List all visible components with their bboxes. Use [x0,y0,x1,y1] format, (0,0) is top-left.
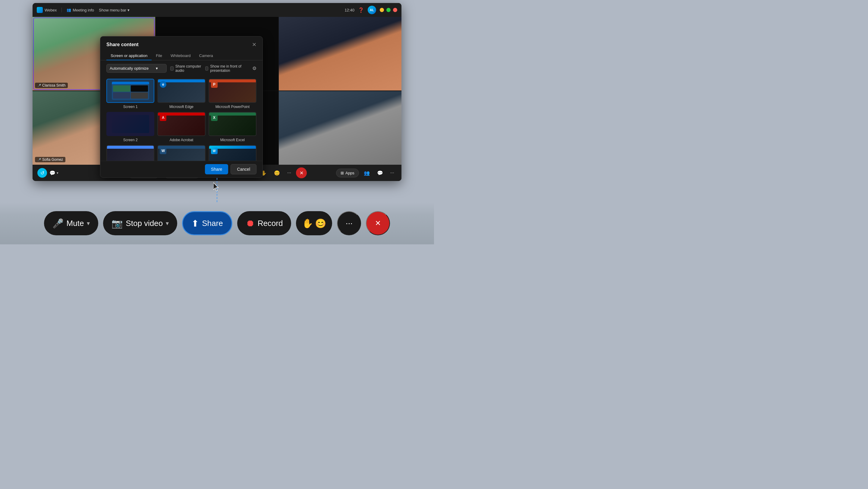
screen-1-preview [107,79,154,102]
optimize-dropdown[interactable]: Automatically optimize ▾ [106,64,167,73]
captions-btn[interactable]: 💬 ▾ [50,170,59,176]
ppt-label: Microsoft PowerPoint [216,105,250,109]
acrobat-label: Adobe Acrobat [170,138,193,142]
maximize-button[interactable] [386,8,391,12]
tab-screen-application[interactable]: Screen or application [106,52,152,60]
emoji-icon: 😊 [274,170,280,176]
word-app-item[interactable]: W Microsoft Word [157,145,205,161]
window-controls [380,8,397,12]
screen-1-label: Screen 1 [123,105,138,109]
tab-whiteboard[interactable]: Whiteboard [166,52,195,60]
toolbar-left: ↺ 💬 ▾ [37,168,59,178]
chrome-preview [107,146,154,161]
chrome-app-item[interactable]: Google Chrome [106,145,154,161]
excel-label: Microsoft Excel [220,138,245,142]
big-share-label: Share [202,219,223,228]
content-grid: Screen 1 e Microsoft Edge [100,76,262,161]
meeting-info-btn[interactable]: 👥 Meeting info [67,8,94,12]
chat-button[interactable]: 💬 [375,168,385,178]
excel-icon: X [211,114,218,121]
show-me-checkbox[interactable] [205,66,209,70]
big-toolbar: 🎤 Mute ▾ 📷 Stop video ▾ ⬆ Share ⏺ Record… [0,202,434,244]
show-menu-btn[interactable]: Show menu bar ▾ [99,8,130,12]
people-icon: 👥 [364,170,370,176]
ppt-app-item[interactable]: P Microsoft PowerPoint [209,79,256,109]
chrome-thumb [106,145,154,161]
word-thumb: W [157,145,205,161]
video-cell-6 [279,91,401,165]
status-indicator: ↺ [37,168,47,178]
participants-button[interactable]: 👥 [361,168,372,178]
big-record-button[interactable]: ⏺ Record [237,211,291,235]
dialog-share-button[interactable]: Share [205,164,228,174]
meeting-info-label: Meeting info [73,8,94,12]
dialog-header: Share content ✕ [100,36,262,48]
app-name-label: Webex [44,8,57,12]
excel-app-item[interactable]: X Microsoft Excel [209,112,256,142]
show-me-label: Show me in front of presentation [210,64,249,73]
big-mic-icon: 🎤 [53,218,64,229]
big-record-label: Record [258,219,283,228]
dialog-title: Share content [106,42,138,47]
chat-icon: 💬 [377,170,383,176]
webex-app-thumb: W [209,145,256,161]
screen-2-label: Screen 2 [123,138,138,142]
optimize-chevron-icon: ▾ [156,66,158,70]
share-connector-line [217,178,217,202]
clock-display: 12:40 [344,8,354,12]
big-share-icon: ⬆ [191,218,199,229]
dialog-close-button[interactable]: ✕ [252,41,256,48]
webex-app-item[interactable]: W Webex [209,145,256,161]
avatar[interactable]: AL [368,6,376,14]
webex-app-icon: W [211,147,218,154]
webex-window: Webex 👥 Meeting info Show menu bar ▾ 12:… [33,3,401,181]
tab-file[interactable]: File [152,52,166,60]
dialog-cancel-button[interactable]: Cancel [230,164,256,174]
ellipsis-icon: ··· [287,170,291,175]
apps-icon: ⊞ [341,171,344,175]
big-stop-video-button[interactable]: 📷 Stop video ▾ [103,211,177,235]
webex-logo-icon [37,7,43,13]
title-divider [61,7,62,12]
big-more-button[interactable]: ··· [337,211,361,235]
more-options-button[interactable]: ··· [285,168,293,177]
end-call-icon: ✕ [300,170,304,176]
big-emoji-icon: 😊 [315,218,326,229]
excel-thumb: X [209,112,256,136]
acrobat-app-item[interactable]: A Adobe Acrobat [157,112,205,142]
screen-1-item[interactable]: Screen 1 [106,79,154,109]
big-hand-icon: ✋ [302,218,313,229]
end-call-button[interactable]: ✕ [296,167,307,178]
word-icon: W [160,147,166,154]
screen-2-item[interactable]: Screen 2 [106,112,154,142]
big-share-button[interactable]: ⬆ Share [182,211,232,235]
close-button[interactable] [393,8,397,12]
reactions-button[interactable]: 😊 [272,168,282,178]
edge-app-item[interactable]: e Microsoft Edge [157,79,205,109]
screen-2-preview [107,113,154,136]
participant-name-clarissa: 🎤 Clarissa Smith [35,83,68,88]
show-me-option[interactable]: Show me in front of presentation [205,64,249,73]
apps-button[interactable]: ⊞ Apps [336,169,359,177]
title-bar-right: 12:40 ❓ AL [344,6,397,14]
acrobat-icon: A [160,114,166,121]
big-video-dropdown-icon: ▾ [166,220,169,227]
video-cell-3 [279,17,401,90]
share-audio-option[interactable]: Share computer audio [170,64,202,73]
help-icon[interactable]: ❓ [358,7,364,13]
ellipsis-right-icon: ··· [390,170,394,175]
tab-camera[interactable]: Camera [195,52,217,60]
big-camera-icon: 📷 [112,218,123,229]
big-reactions-button[interactable]: ✋ 😊 [296,211,332,235]
big-mute-button[interactable]: 🎤 Mute ▾ [44,211,98,235]
ppt-thumb: P [209,79,256,103]
big-end-call-icon: ✕ [375,219,381,227]
dialog-tabs: Screen or application File Whiteboard Ca… [100,48,262,60]
settings-icon[interactable]: ⚙ [252,65,256,71]
share-audio-checkbox[interactable] [170,66,174,70]
minimize-button[interactable] [380,8,384,12]
screen-2-thumb [106,112,154,136]
chevron-down-icon: ▾ [127,8,130,12]
big-end-call-button[interactable]: ✕ [366,211,390,235]
more-right-button[interactable]: ··· [388,168,397,177]
